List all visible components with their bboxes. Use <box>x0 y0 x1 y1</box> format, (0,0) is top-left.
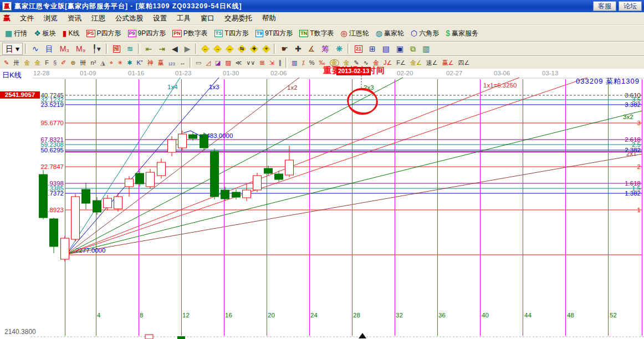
v-lines-tool[interactable]: ∨∨ <box>244 58 257 68</box>
spiral-tool[interactable]: § <box>52 58 58 68</box>
menu-window[interactable]: 窗口 <box>196 13 219 24</box>
calculator-icon[interactable]: ⊞ <box>366 43 379 55</box>
gann-fan-tool[interactable]: ◿ <box>205 58 212 68</box>
gold-section-tool[interactable]: 金 <box>22 58 32 68</box>
parallel-lines-tool[interactable]: ∥ <box>277 58 284 68</box>
percent-retrace-tool[interactable]: ⁒ <box>300 58 306 68</box>
9t-square-button[interactable]: T99T四方形 <box>253 27 296 39</box>
target-tool[interactable]: ⌖ <box>108 58 115 68</box>
menu-gann[interactable]: 江恩 <box>86 13 110 24</box>
first-bar-button[interactable]: ⇤ <box>142 43 155 55</box>
four-angle-tool[interactable]: 四∠ <box>457 58 472 68</box>
9p-square-button[interactable]: P99P四方形 <box>125 27 169 39</box>
draw-pencil-tool[interactable]: ✎ <box>2 58 11 68</box>
forum-button[interactable]: 论坛 <box>619 1 642 11</box>
spider-web-tool[interactable]: ✱ <box>125 58 134 68</box>
k-mark-icon: K″ <box>136 60 142 66</box>
gold-angle-tool[interactable]: 金∠ <box>408 58 423 68</box>
capture-icon[interactable]: ⧉ <box>407 43 418 55</box>
info-card-icon[interactable]: 目 <box>43 43 56 55</box>
cycle-lines-tool[interactable]: 卌 <box>79 58 88 68</box>
menu-formula-picker[interactable]: 公式选股 <box>110 13 148 24</box>
gold-section2-tool[interactable]: 金 <box>33 58 42 68</box>
candle <box>125 179 134 187</box>
zoom-in-button[interactable]: ✚ <box>248 43 259 55</box>
menu-news[interactable]: 资讯 <box>63 13 86 24</box>
wave-9-icon[interactable]: M₉ <box>73 43 88 55</box>
price-ladder-tool[interactable]: ▥ <box>290 58 299 68</box>
percent-tool[interactable]: % <box>308 58 316 68</box>
t-number-button[interactable]: TNT数字表 <box>297 27 336 39</box>
next-bar-button[interactable]: ▶ <box>182 43 193 55</box>
menu-trading[interactable]: 交易委托 <box>219 13 257 24</box>
ying-square-tool[interactable]: 赢 <box>156 58 166 68</box>
calendar-icon[interactable]: 21 <box>352 43 365 55</box>
ps-badge-icon: PS <box>86 30 95 37</box>
period-day-dropdown[interactable]: 日 ▾ <box>2 43 23 55</box>
menu-settings[interactable]: 设置 <box>148 13 172 24</box>
gold-underline-icon: 金 <box>373 60 379 66</box>
workstation-icon[interactable]: ▥ <box>420 43 432 55</box>
zigzag-icon[interactable]: ∿ <box>29 43 42 55</box>
trend-angle-tool[interactable]: ◮ <box>99 58 106 68</box>
candle-style-dropdown[interactable]: ╿▾ <box>89 43 103 55</box>
gann-circle-tool[interactable]: ⊕ <box>69 58 77 68</box>
compress-bars-button[interactable]: ⇆ <box>236 43 247 55</box>
prev-bar-button[interactable]: ◀ <box>169 43 181 55</box>
angle-measure-tool[interactable]: ∡ <box>305 43 318 55</box>
shen-square-tool[interactable]: 神 <box>146 58 155 68</box>
chart-area[interactable]: 12-2801-0901-1601-2301-3002-0602-2002-27… <box>0 69 644 339</box>
wave-3-icon[interactable]: M₃ <box>57 43 72 55</box>
grid-arrow-tool[interactable]: ⇲ <box>268 58 276 68</box>
gann-wheel-button[interactable]: ◎江恩轮 <box>338 27 372 39</box>
stretch-bars-button[interactable]: ↔ <box>224 43 235 55</box>
menu-file[interactable]: 文件 <box>15 13 39 24</box>
k-mark-tool[interactable]: K″ <box>135 58 144 68</box>
smart-analysis-icon[interactable]: ❋ <box>333 43 345 55</box>
n-square-tool[interactable]: n² <box>89 58 98 68</box>
chip-distribution-icon[interactable]: 筹 <box>319 43 332 55</box>
gann-grid-box-tool[interactable]: ▨ <box>223 58 232 68</box>
rect-tool[interactable]: ▭ <box>194 58 203 68</box>
candle <box>211 151 219 197</box>
gann-ticks-tool[interactable]: 卅 <box>12 58 21 68</box>
menu-tools[interactable]: 工具 <box>172 13 196 24</box>
grid-tool[interactable]: ⊞ <box>258 58 266 68</box>
ruler-123-tool[interactable]: ₁₂₃ <box>167 58 177 68</box>
span-measure-tool[interactable]: ↔ <box>178 58 187 68</box>
angle-lines-tool[interactable]: ≪ <box>234 58 244 68</box>
memo-icon[interactable]: ▤ <box>380 43 392 55</box>
shift-right-button[interactable]: → <box>212 43 223 55</box>
p-square-button[interactable]: PSP四方形 <box>84 27 124 39</box>
menu-help[interactable]: 帮助 <box>257 13 281 24</box>
winner-service-button[interactable]: $赢家服务 <box>443 27 481 39</box>
crosshair-tool[interactable]: ✚ <box>292 43 304 55</box>
zoom-out-button[interactable]: ✳ <box>260 43 272 55</box>
winner-wheel-button[interactable]: ◍赢家轮 <box>373 27 407 39</box>
brush-tool[interactable]: ✐ <box>59 58 68 68</box>
last-bar-button[interactable]: ⇥ <box>156 43 168 55</box>
f-angle-tool[interactable]: F∠ <box>395 58 407 68</box>
cycle-lines-icon: 卌 <box>80 60 86 66</box>
candle <box>189 135 197 138</box>
hexagon-button[interactable]: ⬡六角形 <box>408 27 442 39</box>
ying-angle-tool[interactable]: 赢∠ <box>441 58 456 68</box>
menubar: 赢 文件 浏览 资讯 江恩 公式选股 设置 工具 窗口 交易委托 帮助 <box>0 12 644 25</box>
kline-button[interactable]: ▮K线 <box>60 27 83 39</box>
restore-layout-icon[interactable]: 招 <box>110 43 123 55</box>
candle <box>71 197 80 239</box>
color-profile-icon[interactable]: ≋ <box>124 43 136 55</box>
gann-fan-box-tool[interactable]: ◪ <box>213 58 222 68</box>
speed-angle-tool[interactable]: 速∠ <box>425 58 439 68</box>
fibonacci-tool[interactable]: F <box>43 58 50 68</box>
hand-drag-tool[interactable]: ☛ <box>278 43 291 55</box>
customer-service-button[interactable]: 客服 <box>593 1 616 11</box>
quotes-button[interactable]: ▦行情 <box>2 27 30 39</box>
sectors-button[interactable]: ❖板块 <box>31 27 59 39</box>
star-web-tool[interactable]: ✳ <box>116 58 124 68</box>
p-number-button[interactable]: PNP数字表 <box>170 27 211 39</box>
t-square-button[interactable]: TST四方形 <box>212 27 252 39</box>
menu-browse[interactable]: 浏览 <box>39 13 63 24</box>
shift-left-button[interactable]: ← <box>200 43 211 55</box>
save-icon[interactable]: ▣ <box>393 43 406 55</box>
